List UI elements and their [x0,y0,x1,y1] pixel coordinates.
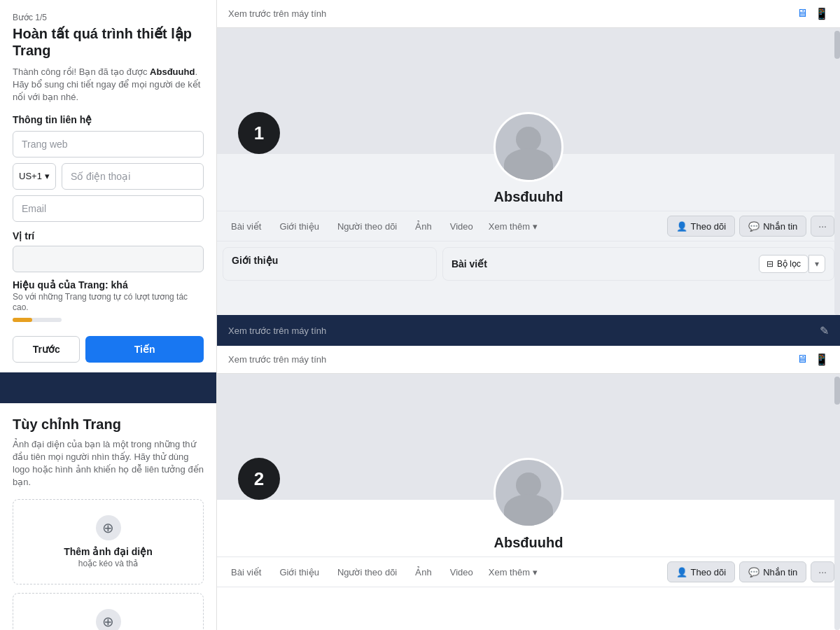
profile-actions-top: 👤 Theo dõi 💬 Nhắn tin ··· [667,211,834,241]
preview-top-title: Xem trước trên máy tính [228,8,326,19]
tuy-chinh-desc: Ảnh đại diện của bạn là một trong những … [13,438,204,489]
phone-row: US+1 ▾ [13,163,204,190]
upload-avatar-icon: ⊕ [96,515,121,540]
follow-button-bottom[interactable]: 👤 Theo dõi [667,561,736,582]
avatar-body-shape-bottom [504,494,553,526]
profile-avatar-wrap-top [493,112,564,182]
nav-video-bottom[interactable]: Video [442,560,482,584]
preview-top-content-wrapper: 1 Absđuuhd Bài viết [217,28,840,315]
upload-cover-box[interactable]: ⊕ Thêm ảnh bìa hoặc kéo và thả [13,593,204,631]
nav-xem-them-bottom[interactable]: Xem thêm ▾ [483,560,543,584]
desktop-icon-bottom[interactable]: 🖥 [797,353,808,366]
message-icon-bottom: 💬 [748,567,760,578]
nav-nguoi-theo-doi-top[interactable]: Người theo dõi [329,214,405,239]
nav-bai-viet-bottom[interactable]: Bài viết [223,560,270,584]
page-name-inline: Absđuuhd [150,66,195,77]
section-desc: Thành công rồi! Bạn đã tạo được Absđuuhd… [13,66,204,104]
nav-buttons: Trước Tiến [13,329,204,372]
nav-bai-viet-top[interactable]: Bài viết [223,214,270,239]
more-button-top[interactable]: ··· [811,216,834,237]
next-button[interactable]: Tiến [85,336,204,363]
profile-name-bottom: Absđuuhd [217,535,840,556]
phone-code-select[interactable]: US+1 ▾ [13,163,56,190]
scrollbar-thumb-bottom [834,377,840,405]
location-label: Vị trí [13,230,204,241]
contact-label: Thông tin liên hệ [13,114,204,125]
dark-bar-left [0,372,217,403]
preview-bottom-title: Xem trước trên máy tính [228,354,326,365]
right-panel: Xem trước trên máy tính 🖥 📱 1 [217,0,840,630]
bo-loc-button-top[interactable]: ⊟ Bộ lọc [759,255,808,273]
more-button-bottom[interactable]: ··· [811,561,834,582]
bai-viet-box-top: Bài viết ⊟ Bộ lọc ▾ [442,247,834,281]
back-button[interactable]: Trước [13,336,80,363]
message-button-top[interactable]: 💬 Nhắn tin [739,216,806,237]
desktop-icon[interactable]: 🖥 [797,7,808,20]
gioi-thieu-box-top: Giới thiệu [223,247,437,281]
top-section: Bước 1/5 Hoàn tất quá trình thiết lập Tr… [0,0,216,372]
avatar-body-bottom [496,460,561,526]
profile-bottom-top: Giới thiệu Bài viết ⊟ Bộ lọc ▾ [217,241,840,286]
upload-cover-icon: ⊕ [96,609,121,631]
preview-top-section: Xem trước trên máy tính 🖥 📱 1 [217,0,840,315]
scrollbar-thumb-top [834,31,840,59]
phone-code-label: US+1 [19,171,42,181]
filter-icon-top: ⊟ [766,259,774,269]
preview-bottom-content: 2 Absđuuhd Bài viết Giới thiệu [217,374,840,630]
mobile-icon-bottom[interactable]: 📱 [815,353,829,366]
preview-top-scroll[interactable]: 1 Absđuuhd Bài viết [217,28,840,315]
nav-video-top[interactable]: Video [442,214,482,239]
dark-bar-right: Xem trước trên máy tính ✎ [217,315,840,346]
scrollbar-bottom [834,374,840,630]
follow-button-top[interactable]: 👤 Theo dõi [667,216,736,237]
location-input[interactable] [13,246,204,272]
scrollbar-top [834,28,840,315]
profile-nav-top: Bài viết Giới thiệu Người theo dõi Ảnh V… [217,211,840,241]
phone-input[interactable] [62,163,204,190]
bo-loc-dropdown-top[interactable]: ▾ [808,255,825,273]
preview-bottom-scroll[interactable]: 2 Absđuuhd Bài viết Giới thiệu [217,374,840,630]
profile-cover-top: 1 [217,28,840,154]
preview-bottom-section: Xem trước trên máy tính 🖥 📱 2 [217,346,840,630]
profile-cover-bottom: 2 [217,374,840,500]
profile-avatar-top [493,112,564,182]
bottom-section: Tùy chỉnh Trang Ảnh đại diện của bạn là … [0,403,216,630]
hieu-qua-label: Hiệu quả của Trang: khá [13,279,204,290]
left-panel: Bước 1/5 Hoàn tất quá trình thiết lập Tr… [0,0,217,630]
section-title: Hoàn tất quá trình thiết lập Trang [13,25,204,59]
profile-name-top: Absđuuhd [217,189,840,211]
upload-avatar-box[interactable]: ⊕ Thêm ảnh đại diện hoặc kéo và thả [13,499,204,584]
message-icon-top: 💬 [748,221,760,232]
avatar-body-top [496,114,561,180]
profile-avatar-bottom [493,458,564,528]
preview-top-icons: 🖥 📱 [797,7,829,20]
email-input[interactable] [13,195,204,222]
preview-top-header: Xem trước trên máy tính 🖥 📱 [217,0,840,28]
profile-actions-bottom: 👤 Theo dõi 💬 Nhắn tin ··· [667,557,834,587]
number-circle-1: 1 [238,112,280,154]
profile-nav-bottom: Bài viết Giới thiệu Người theo dõi Ảnh V… [217,556,840,587]
message-button-bottom[interactable]: 💬 Nhắn tin [739,561,806,582]
profile-avatar-wrap-bottom [493,458,564,528]
nav-xem-them-top[interactable]: Xem thêm ▾ [483,214,543,239]
pencil-icon[interactable]: ✎ [820,324,829,337]
progress-bar-bg [13,318,62,322]
hieu-qua-desc: So với những Trang tương tự có lượt tươn… [13,292,204,314]
nav-gioi-thieu-bottom[interactable]: Giới thiệu [271,560,327,584]
step-label: Bước 1/5 [13,13,204,22]
tuy-chinh-title: Tùy chỉnh Trang [13,416,204,433]
upload-avatar-sub: hoặc kéo và thả [78,559,138,568]
mobile-icon[interactable]: 📱 [815,7,829,20]
chevron-down-icon: ▾ [45,171,50,181]
nav-anh-top[interactable]: Ảnh [407,214,440,239]
progress-bar-fill [13,318,32,322]
number-circle-2: 2 [238,458,280,500]
desc-text-1: Thành công rồi! Bạn đã tạo được [13,66,150,77]
upload-avatar-label: Thêm ảnh đại diện [64,546,153,557]
nav-gioi-thieu-top[interactable]: Giới thiệu [271,214,327,239]
website-input[interactable] [13,131,204,158]
preview-bottom-icons: 🖥 📱 [797,353,829,366]
follow-icon-bottom: 👤 [676,567,687,578]
nav-anh-bottom[interactable]: Ảnh [407,560,440,584]
nav-nguoi-theo-doi-bottom[interactable]: Người theo dõi [329,560,405,584]
